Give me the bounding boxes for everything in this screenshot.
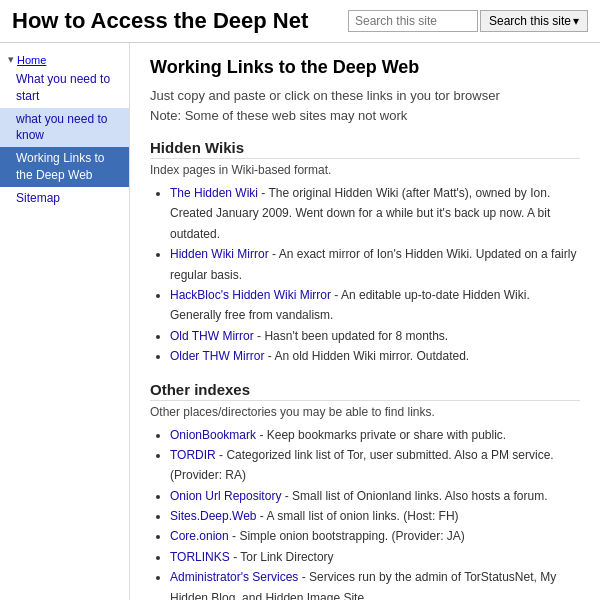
sidebar-item-home[interactable]: Home	[17, 54, 46, 66]
search-input[interactable]	[348, 10, 478, 32]
sidebar-link-sitemap[interactable]: Sitemap	[16, 191, 60, 205]
text-torlinks: - Tor Link Directory	[230, 550, 334, 564]
main-content: Working Links to the Deep Web Just copy …	[130, 43, 600, 600]
layout: ▾ Home What you need to start what you n…	[0, 43, 600, 600]
sidebar-link-what-you-need-to-know[interactable]: what you need to know	[16, 112, 107, 143]
list-item: Onion Url Repository - Small list of Oni…	[170, 486, 580, 506]
link-hackbloc-mirror[interactable]: HackBloc's Hidden Wiki Mirror	[170, 288, 331, 302]
link-hidden-wiki[interactable]: The Hidden Wiki	[170, 186, 258, 200]
list-item: Core.onion - Simple onion bootstrapping.…	[170, 526, 580, 546]
sidebar: ▾ Home What you need to start what you n…	[0, 43, 130, 600]
header: How to Access the Deep Net Search this s…	[0, 0, 600, 43]
text-tordir: - Categorized link list of Tor, user sub…	[170, 448, 554, 482]
link-tordir[interactable]: TORDIR	[170, 448, 216, 462]
list-item: Administrator's Services - Services run …	[170, 567, 580, 600]
page-title: How to Access the Deep Net	[12, 8, 308, 34]
text-onionbookmark: - Keep bookmarks private or share with p…	[256, 428, 506, 442]
other-indexes-list: OnionBookmark - Keep bookmarks private o…	[150, 425, 580, 600]
search-button-label: Search this site	[489, 14, 571, 28]
search-bar: Search this site ▾	[348, 10, 588, 32]
link-torlinks[interactable]: TORLINKS	[170, 550, 230, 564]
search-dropdown-icon[interactable]: ▾	[573, 14, 579, 28]
list-item: OnionBookmark - Keep bookmarks private o…	[170, 425, 580, 445]
link-onion-url-repo[interactable]: Onion Url Repository	[170, 489, 281, 503]
link-admin-services[interactable]: Administrator's Services	[170, 570, 298, 584]
link-old-thw-mirror[interactable]: Old THW Mirror	[170, 329, 254, 343]
text-sites-deep-web: - A small list of onion links. (Host: FH…	[257, 509, 459, 523]
text-older-thw-mirror: - An old Hidden Wiki mirror. Outdated.	[264, 349, 469, 363]
link-core-onion[interactable]: Core.onion	[170, 529, 229, 543]
section-desc-hidden-wikis: Index pages in Wiki-based format.	[150, 163, 580, 177]
main-title: Working Links to the Deep Web	[150, 57, 580, 78]
list-item: HackBloc's Hidden Wiki Mirror - An edita…	[170, 285, 580, 326]
sidebar-item-sitemap[interactable]: Sitemap	[0, 187, 129, 210]
list-item: The Hidden Wiki - The original Hidden Wi…	[170, 183, 580, 244]
list-item: TORDIR - Categorized link list of Tor, u…	[170, 445, 580, 486]
list-item: Old THW Mirror - Hasn't been updated for…	[170, 326, 580, 346]
link-sites-deep-web[interactable]: Sites.Deep.Web	[170, 509, 257, 523]
list-item: Older THW Mirror - An old Hidden Wiki mi…	[170, 346, 580, 366]
sidebar-arrow-icon: ▾	[8, 53, 14, 66]
list-item: TORLINKS - Tor Link Directory	[170, 547, 580, 567]
link-onionbookmark[interactable]: OnionBookmark	[170, 428, 256, 442]
intro-text: Just copy and paste or click on these li…	[150, 86, 580, 125]
sidebar-item-what-you-need-to-know[interactable]: what you need to know	[0, 108, 129, 148]
section-desc-other-indexes: Other places/directories you may be able…	[150, 405, 580, 419]
link-hidden-wiki-mirror[interactable]: Hidden Wiki Mirror	[170, 247, 269, 261]
section-heading-hidden-wikis: Hidden Wikis	[150, 139, 580, 159]
search-button[interactable]: Search this site ▾	[480, 10, 588, 32]
sidebar-item-what-you-need-to-start[interactable]: What you need to start	[0, 68, 129, 108]
list-item: Sites.Deep.Web - A small list of onion l…	[170, 506, 580, 526]
sidebar-link-working-links[interactable]: Working Links to the Deep Web	[16, 151, 104, 182]
text-old-thw-mirror: - Hasn't been updated for 8 months.	[254, 329, 448, 343]
section-hidden-wikis: Hidden Wikis Index pages in Wiki-based f…	[150, 139, 580, 367]
section-heading-other-indexes: Other indexes	[150, 381, 580, 401]
sidebar-home-section: ▾ Home	[0, 51, 129, 68]
text-core-onion: - Simple onion bootstrapping. (Provider:…	[229, 529, 465, 543]
intro-line1: Just copy and paste or click on these li…	[150, 88, 500, 103]
text-onion-url-repo: - Small list of Onionland links. Also ho…	[281, 489, 547, 503]
list-item: Hidden Wiki Mirror - An exact mirror of …	[170, 244, 580, 285]
intro-line2: Note: Some of these web sites may not wo…	[150, 108, 407, 123]
section-other-indexes: Other indexes Other places/directories y…	[150, 381, 580, 600]
hidden-wikis-list: The Hidden Wiki - The original Hidden Wi…	[150, 183, 580, 367]
sidebar-link-what-you-need-to-start[interactable]: What you need to start	[16, 72, 110, 103]
link-older-thw-mirror[interactable]: Older THW Mirror	[170, 349, 264, 363]
sidebar-item-working-links[interactable]: Working Links to the Deep Web	[0, 147, 129, 187]
